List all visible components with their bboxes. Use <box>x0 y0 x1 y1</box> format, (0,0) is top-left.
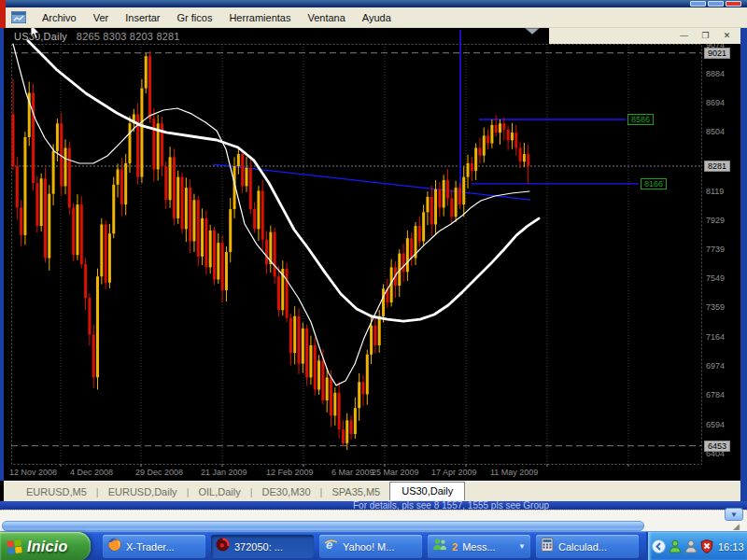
menu-item-archivo[interactable]: Archivo <box>34 9 85 26</box>
taskbar-button-label: X-Trader... <box>126 541 175 553</box>
date-tick-label: 11 May 2009 <box>490 468 538 477</box>
date-tick-label: 25 Mar 2009 <box>372 468 419 477</box>
price-tick-label: 6594 <box>706 420 725 429</box>
window-right-border <box>740 7 747 501</box>
tab-spa35-m5[interactable]: SPA35,M5 <box>322 484 389 499</box>
taskbar-button-x-trader-[interactable]: X-Trader... <box>103 535 205 558</box>
tab-us30-daily[interactable]: US30,Daily <box>389 482 465 500</box>
background-window-titlebar: For details, pls see 8 1557, 1555 pls se… <box>0 501 747 510</box>
background-window-body: ▼ ◢ <box>0 510 747 531</box>
menu-item-insertar[interactable]: Insertar <box>117 9 168 26</box>
window-titlebar <box>0 0 747 7</box>
price-tick-label: 8884 <box>706 69 725 78</box>
taskbar-button-calculad-[interactable]: Calculad... <box>536 535 639 558</box>
buddy-gray-icon[interactable] <box>684 539 698 553</box>
ie-icon: e <box>324 538 338 555</box>
price-level-box: 8281 <box>704 161 730 172</box>
resize-grip-icon: ◢ <box>733 522 740 531</box>
taskbar-button-372050-[interactable]: 372050: ... <box>211 535 314 558</box>
date-tick-label: 29 Dec 2008 <box>135 468 183 477</box>
chart-title: US30,Daily 8265 8303 8203 8281 <box>14 31 180 42</box>
start-label: Inicio <box>27 539 68 555</box>
screen: ArchivoVerInsertarGr ficosHerramientasVe… <box>0 0 747 560</box>
taskbar-button-label: Mess... <box>462 541 495 553</box>
background-window-title-text: For details, pls see 8 1557, 1555 pls se… <box>353 501 549 510</box>
chevron-down-icon[interactable]: ▼ <box>518 542 526 551</box>
scroll-down-arrow-icon[interactable]: ▼ <box>725 508 743 521</box>
price-level-box: 9021 <box>704 48 730 59</box>
tab-eurusd-daily[interactable]: EURUSD,Daily <box>99 484 187 499</box>
symbol-tab-bar: EURUSD,M5|EURUSD,Daily|OIL,Daily|DE30,M3… <box>4 481 740 501</box>
taskbar-button-mess-[interactable]: 2Mess...▼ <box>428 535 530 558</box>
chart-symbol-label: US30,Daily <box>14 31 67 42</box>
maximize-button[interactable] <box>708 1 724 7</box>
price-tick-label: 7549 <box>706 273 725 283</box>
chart-minimize-icon[interactable]: — <box>678 31 690 41</box>
windows-logo-icon <box>6 539 23 555</box>
price-tick-label: 7359 <box>706 302 725 312</box>
red-site-icon <box>216 538 230 555</box>
firefox-icon <box>107 538 121 555</box>
menu-item-ver[interactable]: Ver <box>85 9 118 26</box>
chart-restore-icon[interactable]: ❐ <box>699 31 712 41</box>
minimize-button[interactable] <box>690 1 706 7</box>
collapse-chevron-icon[interactable] <box>652 539 666 553</box>
menu-item-gr-ficos[interactable]: Gr ficos <box>169 9 221 26</box>
background-window-scrollbar[interactable] <box>2 521 644 531</box>
taskbar: Inicio X-Trader...372050: ...eYahoo! M..… <box>0 531 747 560</box>
chart-app-icon <box>11 11 26 23</box>
price-tick-label: 8119 <box>706 187 724 196</box>
tab-de30-m30[interactable]: DE30,M30 <box>253 484 320 499</box>
date-tick-label: 17 Apr 2009 <box>431 468 477 477</box>
menu-bar: ArchivoVerInsertarGr ficosHerramientasVe… <box>0 7 747 28</box>
close-button[interactable] <box>726 1 741 7</box>
mdi-controls: — ❐ ✕ <box>549 28 740 44</box>
price-tick-label: 7929 <box>706 216 725 225</box>
messenger-icon <box>432 538 447 555</box>
price-tick-label: 7164 <box>706 332 725 342</box>
clock: 16:13 <box>718 541 744 553</box>
date-tick-label: 4 Dec 2008 <box>70 468 113 477</box>
chart-area <box>0 28 740 481</box>
alert-shield-icon[interactable] <box>700 539 713 553</box>
menu-item-ayuda[interactable]: Ayuda <box>354 9 400 26</box>
price-tick-label: 8504 <box>706 127 725 136</box>
menu-item-ventana[interactable]: Ventana <box>299 9 353 26</box>
message-count: 2 <box>452 541 458 553</box>
taskbar-button-label: Calculad... <box>558 541 607 553</box>
chart-ohlc-values: 8265 8303 8203 8281 <box>77 31 180 42</box>
tab-eurusd-m5[interactable]: EURUSD,M5 <box>17 484 96 499</box>
date-tick-label: 12 Nov 2008 <box>9 468 57 477</box>
tab-oil-daily[interactable]: OIL,Daily <box>189 484 249 499</box>
background-app-edge <box>0 0 6 28</box>
menu-item-herramientas[interactable]: Herramientas <box>220 9 299 26</box>
system-tray: 16:13 <box>646 532 747 560</box>
date-tick-label: 21 Jan 2009 <box>201 468 247 477</box>
price-level-box: 6453 <box>704 441 730 452</box>
price-tick-label: 8694 <box>706 98 725 107</box>
taskbar-button-label: 372050: ... <box>234 541 283 553</box>
price-tick-label: 7739 <box>706 245 725 254</box>
calculator-icon <box>541 538 554 555</box>
support-price-label: 8166 <box>641 178 667 189</box>
resistance-price-label: 8586 <box>627 114 654 125</box>
date-tick-label: 12 Feb 2009 <box>266 468 314 477</box>
taskbar-button-yahoo-m-[interactable]: eYahoo! M... <box>319 535 422 558</box>
price-tick-label: 6784 <box>706 390 725 399</box>
date-tick-label: 6 Mar 2009 <box>331 468 374 477</box>
svg-text:e: e <box>326 538 332 552</box>
chart-close-icon[interactable]: ✕ <box>721 31 733 41</box>
taskbar-button-label: Yahoo! M... <box>343 541 394 553</box>
price-tick-label: 6974 <box>706 361 725 371</box>
start-button[interactable]: Inicio <box>0 532 91 560</box>
buddy-green-icon[interactable] <box>669 539 682 553</box>
